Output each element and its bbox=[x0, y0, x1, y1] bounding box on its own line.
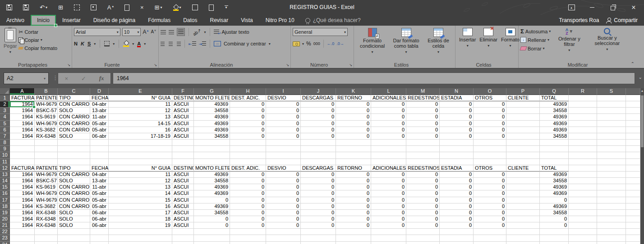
cell[interactable]: 1964 bbox=[10, 210, 35, 216]
cell-styles-button[interactable]: Estilos de celda▾ bbox=[423, 27, 453, 56]
cell[interactable]: 0 bbox=[301, 184, 336, 190]
row-header-17[interactable]: 17 bbox=[0, 197, 10, 203]
cell[interactable]: RETORNO bbox=[336, 165, 371, 172]
cell[interactable]: 0 bbox=[474, 203, 506, 210]
cell[interactable]: CLIENTE bbox=[506, 95, 540, 101]
cell[interactable] bbox=[301, 235, 336, 241]
cell[interactable] bbox=[569, 152, 597, 158]
cell[interactable] bbox=[90, 159, 109, 165]
cell[interactable] bbox=[90, 229, 109, 235]
cell[interactable]: 0 bbox=[194, 216, 230, 222]
tab-revisar[interactable]: Revisar bbox=[204, 15, 235, 26]
cell[interactable]: ASCUI bbox=[172, 133, 194, 140]
cell[interactable]: 0 bbox=[406, 114, 440, 120]
cell[interactable]: 0 bbox=[371, 114, 406, 120]
cell[interactable]: 0 bbox=[371, 216, 406, 222]
cell[interactable] bbox=[626, 216, 640, 222]
cell[interactable] bbox=[626, 108, 640, 114]
cell[interactable] bbox=[266, 229, 301, 235]
font-dialog-launcher-icon[interactable]: ↘ bbox=[154, 63, 157, 67]
column-header-L[interactable]: L bbox=[371, 88, 406, 95]
cell[interactable] bbox=[569, 146, 597, 152]
column-header-M[interactable]: M bbox=[406, 88, 440, 95]
delete-cells-button[interactable]: Eliminar▾ bbox=[478, 27, 499, 50]
cell[interactable]: 49369 bbox=[194, 101, 230, 108]
font-color-button[interactable]: A bbox=[137, 41, 141, 46]
cell[interactable]: TOTAL bbox=[540, 95, 569, 101]
cell[interactable]: 0 bbox=[301, 222, 336, 229]
cell[interactable] bbox=[440, 242, 474, 244]
cell[interactable]: BSKC-57 bbox=[35, 178, 58, 184]
row-header-8[interactable]: 8 bbox=[0, 140, 10, 146]
cell[interactable]: 0 bbox=[301, 190, 336, 197]
accounting-format-icon[interactable] bbox=[293, 41, 300, 46]
cell[interactable]: 0 bbox=[406, 190, 440, 197]
cell[interactable]: 0 bbox=[336, 216, 371, 222]
cell[interactable] bbox=[301, 159, 336, 165]
cell[interactable] bbox=[230, 159, 266, 165]
cell[interactable]: 0 bbox=[474, 197, 506, 203]
cell[interactable]: TOTAL bbox=[540, 165, 569, 172]
cell[interactable] bbox=[569, 172, 597, 178]
cancel-icon[interactable]: × bbox=[64, 75, 68, 82]
cell[interactable]: ASCUI bbox=[172, 222, 194, 229]
cell[interactable]: ASCUI bbox=[172, 216, 194, 222]
find-select-button[interactable]: Buscar y seleccionar▾ bbox=[588, 27, 626, 54]
cell[interactable]: 49369 bbox=[194, 184, 230, 190]
cell[interactable]: 34558 bbox=[194, 108, 230, 114]
cell[interactable]: FECHA bbox=[90, 95, 109, 101]
borders-grid-icon[interactable]: ⊞ bbox=[58, 5, 63, 10]
cell[interactable] bbox=[569, 178, 597, 184]
cell[interactable] bbox=[569, 140, 597, 146]
cell[interactable] bbox=[194, 146, 230, 152]
cell[interactable] bbox=[569, 121, 597, 127]
cell[interactable]: RX-6348 bbox=[35, 222, 58, 229]
cell-box-icon[interactable] bbox=[91, 5, 97, 10]
cell[interactable]: DEST. ADIC. bbox=[230, 165, 266, 172]
cell[interactable]: 0 bbox=[266, 172, 301, 178]
cell[interactable] bbox=[266, 242, 301, 244]
cell[interactable] bbox=[626, 203, 640, 210]
cell[interactable] bbox=[58, 146, 90, 152]
row-header-21[interactable]: 21 bbox=[0, 222, 10, 229]
cell[interactable] bbox=[10, 146, 35, 152]
cell[interactable] bbox=[626, 101, 640, 108]
orientation-button[interactable]: ab↗ bbox=[192, 27, 202, 36]
undo-icon[interactable]: ↶▾ bbox=[40, 5, 47, 10]
cell[interactable]: 0 bbox=[194, 197, 230, 203]
cell[interactable]: 0 bbox=[440, 210, 474, 216]
cell[interactable]: CON CARRO bbox=[58, 114, 90, 120]
cell[interactable]: REDESTINOS bbox=[406, 95, 440, 101]
align-right-icon[interactable] bbox=[177, 42, 181, 46]
cell[interactable] bbox=[474, 140, 506, 146]
cell[interactable] bbox=[172, 140, 194, 146]
vertical-scrollbar[interactable]: ▲ bbox=[640, 88, 644, 244]
cell[interactable] bbox=[58, 159, 90, 165]
cell[interactable]: 49369 bbox=[540, 127, 569, 133]
cell[interactable] bbox=[266, 159, 301, 165]
copy-button[interactable]: Copiar▾ bbox=[18, 36, 57, 43]
cell[interactable] bbox=[597, 152, 626, 158]
cell[interactable]: ASCUI bbox=[172, 203, 194, 210]
column-header-A[interactable]: A bbox=[10, 88, 35, 95]
cell[interactable] bbox=[194, 140, 230, 146]
cell[interactable] bbox=[569, 210, 597, 216]
row-header-19[interactable]: 19 bbox=[0, 210, 10, 216]
enter-icon[interactable]: ✓ bbox=[81, 75, 86, 82]
cell[interactable] bbox=[506, 184, 540, 190]
cell[interactable] bbox=[35, 242, 58, 244]
cell[interactable]: 05-abr bbox=[90, 190, 109, 197]
cell[interactable]: 0 bbox=[230, 222, 266, 229]
cell[interactable] bbox=[301, 229, 336, 235]
cell[interactable]: 0 bbox=[301, 210, 336, 216]
cell[interactable]: 0 bbox=[406, 133, 440, 140]
cell[interactable]: ADICIONALES bbox=[371, 165, 406, 172]
cell[interactable] bbox=[109, 140, 172, 146]
cell[interactable]: 16 bbox=[109, 203, 172, 210]
cell[interactable]: 0 bbox=[406, 197, 440, 203]
cell[interactable]: 05-abr bbox=[90, 197, 109, 203]
cell[interactable] bbox=[540, 140, 569, 146]
row-header-3[interactable]: 3 bbox=[0, 108, 10, 114]
row-header-7[interactable]: 7 bbox=[0, 133, 10, 140]
cell[interactable]: 0 bbox=[301, 121, 336, 127]
